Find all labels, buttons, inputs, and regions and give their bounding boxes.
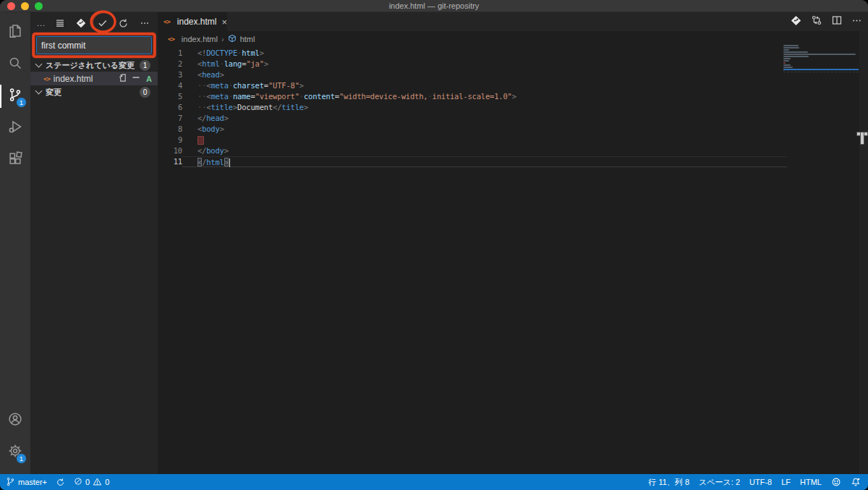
- scm-toolbar: ...: [30, 12, 158, 34]
- eol-sequence[interactable]: LF: [781, 478, 791, 486]
- activity-settings[interactable]: 1: [0, 436, 30, 468]
- activity-explorer[interactable]: [0, 17, 30, 48]
- activity-extensions[interactable]: [0, 144, 30, 176]
- code-line-text[interactable]: </head>: [182, 113, 787, 124]
- activity-accounts[interactable]: [0, 405, 30, 436]
- line-number[interactable]: 3: [158, 69, 182, 80]
- line-number[interactable]: 4: [158, 80, 182, 91]
- staged-changes-badge: 1: [140, 60, 150, 71]
- code-line[interactable]: 5··<meta·name="viewport"·content="width=…: [158, 91, 787, 102]
- sync-button[interactable]: [56, 478, 65, 487]
- warnings-count: 0: [105, 478, 109, 486]
- commit-message-input[interactable]: [36, 36, 152, 54]
- editor-scrollbar[interactable]: [859, 31, 868, 474]
- staged-file-row[interactable]: <> index.html A: [30, 72, 158, 85]
- code-line-text[interactable]: ··<meta·name="viewport"·content="width=d…: [182, 91, 787, 102]
- code-line[interactable]: 6··<title>Document</title>: [158, 102, 787, 113]
- code-line[interactable]: 10</body>: [158, 145, 787, 156]
- settings-badge: 1: [16, 453, 27, 464]
- line-number[interactable]: 8: [158, 124, 182, 135]
- code-line[interactable]: 9: [158, 135, 787, 145]
- view-and-sort-button[interactable]: [54, 17, 67, 30]
- code-line-text[interactable]: <head>: [182, 69, 787, 80]
- window-title: index.html — git-repositry: [0, 1, 868, 10]
- title-bar: index.html — git-repositry: [0, 0, 868, 12]
- changes-label: 変更: [46, 87, 140, 98]
- code-line-text[interactable]: [182, 135, 787, 145]
- branch-indicator[interactable]: master+: [6, 477, 47, 488]
- html-symbol-cube-icon: [228, 34, 237, 44]
- open-changes-icon[interactable]: [811, 14, 822, 29]
- code-line[interactable]: 7</head>: [158, 113, 787, 124]
- line-number[interactable]: 6: [158, 102, 182, 113]
- code-editor[interactable]: 1<!DOCTYPE·html>2<html·lang="ja">3<head>…: [158, 46, 868, 167]
- feedback-icon[interactable]: [831, 477, 841, 487]
- git-branch-icon: [6, 477, 15, 488]
- errors-icon: [74, 477, 82, 487]
- close-tab-icon[interactable]: ×: [222, 17, 228, 28]
- code-line-text[interactable]: </html>: [182, 156, 787, 167]
- staged-changes-label: ステージされている変更: [46, 60, 140, 71]
- activity-search[interactable]: [0, 48, 30, 80]
- vscode-window: index.html — git-repositry: [0, 0, 868, 490]
- breadcrumb-symbol[interactable]: html: [240, 35, 255, 43]
- cursor-position[interactable]: 行 11、列 8: [648, 477, 689, 488]
- activity-source-control[interactable]: 1: [0, 80, 30, 112]
- changes-badge: 0: [140, 87, 150, 98]
- traffic-lights: [0, 2, 43, 10]
- unstage-changes-icon[interactable]: [132, 73, 140, 84]
- more-actions-icon[interactable]: [851, 15, 862, 29]
- minimize-window-button[interactable]: [21, 2, 29, 10]
- branch-name: master+: [18, 478, 47, 486]
- code-line-text[interactable]: <html·lang="ja">: [182, 59, 787, 69]
- code-line-text[interactable]: <body>: [182, 124, 787, 135]
- search-icon: [8, 56, 22, 73]
- line-number[interactable]: 9: [158, 135, 182, 145]
- code-line[interactable]: 11</html>: [158, 156, 787, 167]
- breadcrumb-separator: ›: [221, 35, 224, 43]
- indentation[interactable]: スペース: 2: [699, 477, 740, 488]
- close-window-button[interactable]: [7, 2, 15, 10]
- git-status-added: A: [146, 75, 152, 83]
- html-file-icon: <>: [163, 18, 170, 25]
- problems-indicator[interactable]: 0 0: [74, 477, 109, 488]
- code-line[interactable]: 1<!DOCTYPE·html>: [158, 48, 787, 59]
- commit-check-button[interactable]: [96, 17, 109, 30]
- editor-area: <> index.html ×: [158, 12, 868, 474]
- notifications-bell-icon[interactable]: [851, 477, 861, 487]
- staged-changes-header[interactable]: ステージされている変更 1: [30, 59, 158, 72]
- changes-header[interactable]: 変更 0: [30, 85, 158, 98]
- line-number[interactable]: 7: [158, 113, 182, 124]
- errors-count: 0: [85, 478, 90, 486]
- split-editor-icon[interactable]: [831, 14, 843, 29]
- code-line-text[interactable]: ··<title>Document</title>: [182, 102, 787, 113]
- tab-index-html[interactable]: <> index.html ×: [158, 12, 227, 31]
- code-line-text[interactable]: </body>: [182, 145, 787, 156]
- open-file-icon[interactable]: [118, 73, 127, 85]
- line-number[interactable]: 1: [158, 48, 182, 59]
- line-number[interactable]: 10: [158, 145, 182, 156]
- line-number[interactable]: 2: [158, 59, 182, 69]
- refresh-button[interactable]: [117, 17, 130, 30]
- line-number[interactable]: 11: [158, 156, 182, 167]
- minimap[interactable]: [783, 45, 859, 72]
- code-line-text[interactable]: <!DOCTYPE·html>: [182, 48, 787, 59]
- code-line[interactable]: 4··<meta·charset="UTF-8">: [158, 80, 787, 91]
- encoding[interactable]: UTF-8: [749, 478, 772, 486]
- git-graph-button[interactable]: [75, 17, 88, 30]
- code-line[interactable]: 3<head>: [158, 69, 787, 80]
- code-line[interactable]: 8<body>: [158, 124, 787, 135]
- html-file-icon: <>: [43, 75, 50, 83]
- status-bar: master+ 0 0 行 11、列 8 スペース: 2 UTF-8 LF HT…: [0, 474, 868, 490]
- html-file-icon: <>: [168, 35, 174, 43]
- code-line-text[interactable]: ··<meta·charset="UTF-8">: [182, 80, 787, 91]
- breadcrumb-file[interactable]: index.html: [182, 35, 218, 43]
- line-number[interactable]: 5: [158, 91, 182, 102]
- more-actions-button[interactable]: [138, 17, 151, 30]
- git-commit-icon[interactable]: [790, 14, 802, 30]
- language-mode[interactable]: HTML: [800, 478, 822, 486]
- code-line[interactable]: 2<html·lang="ja">: [158, 59, 787, 69]
- zoom-window-button[interactable]: [35, 2, 43, 10]
- account-icon: [8, 412, 22, 429]
- activity-run-debug[interactable]: [0, 112, 30, 144]
